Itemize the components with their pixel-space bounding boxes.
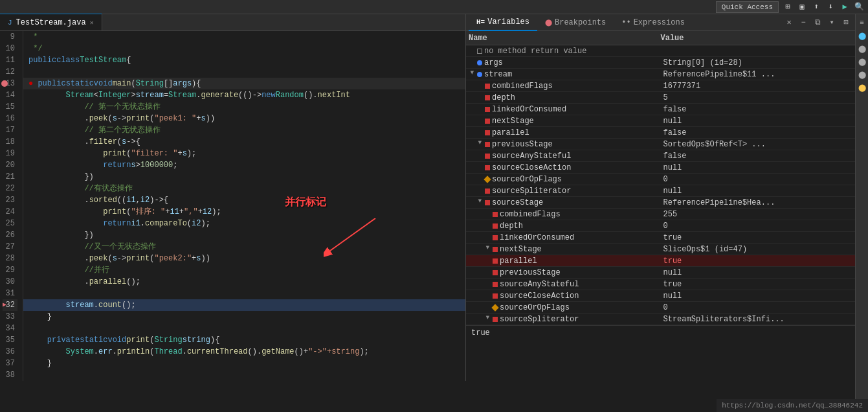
- code-line-30: .parallel();: [23, 276, 465, 288]
- ln-26: 26: [3, 229, 17, 241]
- var-row-sourceoropflags[interactable]: sourceOrOpFlags 0: [466, 174, 855, 185]
- ln-10: 10: [3, 43, 17, 54]
- ln-20: 20: [3, 159, 17, 171]
- tab-close-button[interactable]: ✕: [90, 19, 94, 27]
- code-line-38: [23, 369, 465, 381]
- sidebar-icon-2[interactable]: ⬤: [856, 30, 868, 41]
- sidebar-icon-3[interactable]: ⬤: [856, 43, 868, 54]
- var-row-cf2[interactable]: combinedFlags 255: [466, 209, 855, 220]
- code-line-9: *: [23, 31, 465, 43]
- label-linkedorconsumed: linkedOrConsumed: [492, 105, 566, 114]
- debug-action-expand[interactable]: ⊡: [840, 16, 852, 29]
- ln-36: 36: [3, 346, 17, 358]
- var-row-ns2[interactable]: ▶ nextStage SliceOps$1 (id=47): [466, 244, 855, 255]
- var-row-parallel[interactable]: parallel false: [466, 127, 855, 139]
- debug-action-minimize[interactable]: −: [797, 16, 810, 29]
- code-line-23: .sorted((i1,i2)->{: [23, 194, 465, 206]
- var-row-sourcecloseaction[interactable]: sourceCloseAction null: [466, 162, 855, 174]
- var-row-sourcespliterator[interactable]: sourceSpliterator null: [466, 185, 855, 197]
- var-row-ps2[interactable]: previousStage null: [466, 267, 855, 279]
- icon-previousstage: [485, 142, 490, 147]
- expand-ns2[interactable]: ▶: [484, 246, 491, 253]
- icon-linkedorconsumed: [485, 107, 490, 112]
- icon-layout[interactable]: ▣: [796, 1, 808, 14]
- icon-sourceanystateful: [485, 154, 490, 159]
- var-table-header: Name Value: [466, 31, 855, 45]
- debug-panel-wrapper: H= Variables ⬤ Breakpoints •• Expression…: [466, 14, 868, 412]
- label-sourceanystateful: sourceAnyStateful: [492, 152, 571, 161]
- var-row-no-return[interactable]: no method return value: [466, 45, 855, 57]
- debug-action-close[interactable]: ✕: [783, 16, 796, 29]
- label-args: args: [484, 58, 503, 67]
- expand-stream[interactable]: ▶: [469, 71, 476, 78]
- ln-38: 38: [3, 369, 17, 381]
- debug-action-copy[interactable]: ⧉: [811, 16, 824, 29]
- var-row-soof2[interactable]: sourceOrOpFlags 0: [466, 302, 855, 314]
- icon-play[interactable]: ▶: [838, 1, 851, 14]
- label-sas2: sourceAnyStateful: [500, 280, 579, 289]
- editor-tab-teststream[interactable]: J TestStream.java ✕: [0, 14, 102, 30]
- var-row-previousstage[interactable]: ▶ previousStage SortedOps$OfRef<T> ...: [466, 139, 855, 150]
- icon-search[interactable]: 🔍: [852, 1, 865, 14]
- var-row-stream[interactable]: ▶ stream ReferencePipeline$11 ...: [466, 69, 855, 80]
- icon-depth2: [493, 223, 498, 229]
- var-name-soof2: sourceOrOpFlags: [466, 303, 661, 312]
- sidebar-icon-1[interactable]: ≡: [856, 17, 868, 29]
- icon-combinedflags: [485, 84, 490, 89]
- code-line-25: return i1.compareTo(i2);: [23, 218, 465, 229]
- var-row-sas2[interactable]: sourceAnyStateful true: [466, 279, 855, 290]
- label-ns2: nextStage: [500, 245, 542, 254]
- var-row-combinedflags[interactable]: combinedFlags 16777371: [466, 80, 855, 92]
- value-ns2: SliceOps$1 (id=47): [661, 245, 856, 254]
- var-name-sourcecloseaction: sourceCloseAction: [466, 163, 661, 172]
- var-row-loc2[interactable]: linkedOrConsumed true: [466, 232, 855, 244]
- tab-breakpoints[interactable]: ⬤ Breakpoints: [537, 14, 614, 31]
- expand-ss2[interactable]: ▶: [484, 316, 491, 323]
- variables-table[interactable]: Name Value no method return value: [466, 31, 855, 412]
- var-row-linkedorconsumed[interactable]: linkedOrConsumed false: [466, 104, 855, 115]
- value-soof2: 0: [661, 303, 856, 312]
- tab-variables[interactable]: H= Variables: [469, 14, 537, 31]
- code-line-15: // 第一个无状态操作: [23, 101, 465, 113]
- code-line-22: //有状态操作: [23, 183, 465, 194]
- icon-args: [477, 60, 482, 65]
- var-row-sourcestage[interactable]: ▶ sourceStage ReferencePipeline$Hea...: [466, 197, 855, 209]
- value-ss2: StreamSpliterators$Infi...: [661, 315, 856, 324]
- sidebar-icon-4[interactable]: ⬤: [856, 56, 868, 67]
- ln-30: 30: [3, 276, 17, 288]
- ln-11: 11: [3, 54, 17, 66]
- var-row-parallel2[interactable]: parallel true: [466, 255, 855, 267]
- var-row-ss2[interactable]: ▶ sourceSpliterator StreamSpliterators$I…: [466, 314, 855, 325]
- icon-grid[interactable]: ⊞: [781, 1, 794, 14]
- icon-down[interactable]: ⬇: [824, 1, 837, 14]
- code-line-36: System.err.println(Thread.currentThread(…: [23, 346, 465, 358]
- top-bar: Quick Access ⊞ ▣ ⬆ ⬇ ▶ 🔍: [0, 0, 868, 14]
- quick-access-box[interactable]: Quick Access: [716, 1, 779, 13]
- var-row-args[interactable]: args String[0] (id=28): [466, 57, 855, 69]
- var-row-nextstage[interactable]: nextStage null: [466, 115, 855, 127]
- icon-sourcestage: [485, 200, 490, 205]
- var-row-depth[interactable]: depth 5: [466, 92, 855, 104]
- icon-ns2: [493, 247, 498, 252]
- var-row-sourceanystateful[interactable]: sourceAnyStateful false: [466, 150, 855, 162]
- url-text: https://blog.csdn.net/qq_38846242: [722, 402, 863, 409]
- sidebar-icon-6[interactable]: ⬤: [856, 82, 868, 93]
- expand-previousstage[interactable]: ▶: [476, 141, 484, 148]
- var-row-sca2[interactable]: sourceCloseAction null: [466, 290, 855, 302]
- icon-up[interactable]: ⬆: [810, 1, 823, 14]
- ln-23: 23: [3, 194, 17, 206]
- tab-expressions[interactable]: •• Expressions: [614, 14, 693, 31]
- var-name-sourceoropflags: sourceOrOpFlags: [466, 175, 661, 184]
- code-line-33: }: [23, 311, 465, 323]
- var-row-depth2[interactable]: depth 0: [466, 220, 855, 232]
- code-line-21: }): [23, 171, 465, 183]
- top-icons: ⊞ ▣ ⬆ ⬇ ▶ 🔍: [781, 1, 865, 14]
- value-args: String[0] (id=28): [661, 58, 856, 67]
- sidebar-icon-5[interactable]: ⬤: [856, 69, 868, 80]
- variables-tab-label: Variables: [487, 17, 529, 27]
- code-lines: * */ public class TestStream { ● public …: [23, 31, 465, 381]
- code-line-18: .filter(s -> {: [23, 136, 465, 148]
- expand-sourcestage[interactable]: ▶: [476, 200, 484, 206]
- debug-action-layout[interactable]: ▾: [825, 16, 838, 29]
- value-sca2: null: [661, 292, 856, 301]
